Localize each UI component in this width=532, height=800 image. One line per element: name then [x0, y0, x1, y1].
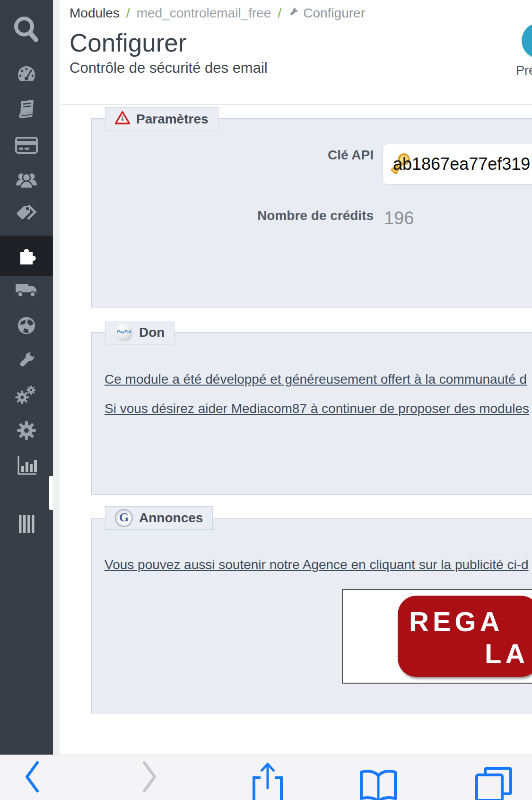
- forward-icon[interactable]: [140, 760, 159, 796]
- preferences-wrench-icon: [16, 349, 37, 373]
- customers-icon: [15, 170, 38, 193]
- catalog-book-icon: [16, 98, 37, 122]
- donation-link-2[interactable]: Si vous désirez aider Mediacom87 à conti…: [105, 401, 529, 416]
- api-key-input[interactable]: ab1867ea77ef319: [382, 144, 532, 185]
- sidebar-item-localization[interactable]: [0, 316, 53, 337]
- sidebar-item-shipping[interactable]: [0, 280, 53, 302]
- ads-support-link[interactable]: Vous pouvez aussi soutenir notre Agence …: [105, 557, 529, 572]
- sidebar-item-search[interactable]: [0, 16, 53, 46]
- share-icon[interactable]: [248, 762, 287, 800]
- sidebar-item-collapse[interactable]: [0, 515, 53, 536]
- breadcrumb-configure-label: Configurer: [303, 6, 365, 21]
- panel-parametres-heading: Paramètres: [105, 107, 218, 131]
- sidebar-item-advanced-parameters[interactable]: [0, 385, 53, 408]
- breadcrumb-separator: /: [126, 6, 130, 21]
- tabs-icon[interactable]: [474, 766, 514, 800]
- settings-gear-icon: [16, 420, 37, 443]
- search-icon: [12, 15, 41, 47]
- ad-text-line1: REGA: [409, 606, 504, 637]
- orders-card-icon: [15, 137, 38, 156]
- sidebar-item-price-rules[interactable]: [0, 204, 53, 225]
- paypal-icon: PayPal: [115, 324, 133, 342]
- page-subtitle: Contrôle de sécurité des email: [70, 60, 268, 77]
- sidebar-item-stats[interactable]: [0, 456, 53, 477]
- api-key-label: Clé API: [208, 148, 374, 163]
- sidebar-item-dashboard[interactable]: [0, 64, 53, 86]
- breadcrumb-item-configure: Configurer: [288, 6, 365, 21]
- sidebar-item-orders[interactable]: [0, 137, 53, 155]
- advanced-gears-icon: [15, 384, 38, 409]
- donation-link-1[interactable]: Ce module a été développé et généreuseme…: [105, 372, 527, 387]
- breadcrumb-item-module-name[interactable]: med_controlemail_free: [137, 6, 271, 21]
- browser-toolbar: [0, 755, 532, 800]
- breadcrumb-item-modules[interactable]: Modules: [70, 6, 120, 21]
- page-title: Configurer: [70, 28, 186, 57]
- panel-parametres-title: Paramètres: [136, 112, 209, 127]
- bookmarks-icon[interactable]: [356, 769, 401, 800]
- stats-chart-icon: [15, 455, 38, 478]
- sidebar-item-preferences[interactable]: [0, 351, 53, 371]
- ad-banner[interactable]: REGA LA: [342, 589, 532, 684]
- panel-annonces-title: Annonces: [139, 510, 203, 526]
- credits-value: 196: [384, 208, 414, 229]
- warning-triangle-icon: [115, 111, 130, 128]
- dashboard-gauge-icon: [16, 63, 37, 87]
- sidebar-divider: [53, 0, 60, 755]
- sidebar: [0, 0, 53, 755]
- sidebar-item-configure[interactable]: [0, 421, 53, 442]
- panel-don-title: Don: [139, 325, 165, 340]
- previous-button-label: Pré: [516, 63, 532, 78]
- localization-globe-icon: [16, 315, 37, 338]
- wrench-icon: [288, 6, 299, 21]
- price-tags-icon: [15, 203, 38, 226]
- credits-label: Nombre de crédits: [208, 208, 374, 223]
- sidebar-item-customers[interactable]: [0, 171, 53, 192]
- ad-text-line2: LA: [485, 638, 529, 669]
- breadcrumb: Modules / med_controlemail_free / Config…: [70, 6, 365, 21]
- shipping-truck-icon: [15, 281, 38, 301]
- page-header: Modules / med_controlemail_free / Config…: [60, 0, 532, 105]
- breadcrumb-separator: /: [278, 6, 281, 21]
- panel-don-heading: PayPal Don: [105, 321, 174, 344]
- collapse-bars-icon: [18, 514, 35, 536]
- screen: Modules / med_controlemail_free / Config…: [0, 0, 532, 800]
- google-icon: G: [115, 509, 133, 527]
- modules-puzzle-icon: [15, 244, 38, 268]
- previous-button[interactable]: [522, 23, 532, 59]
- active-item-indicator: [49, 476, 53, 510]
- panel-annonces-heading: G Annonces: [105, 506, 213, 530]
- sidebar-item-modules[interactable]: [0, 236, 53, 276]
- api-key-value: ab1867ea77ef319: [393, 144, 530, 184]
- sidebar-item-catalog[interactable]: [0, 99, 53, 121]
- back-icon[interactable]: [23, 760, 42, 796]
